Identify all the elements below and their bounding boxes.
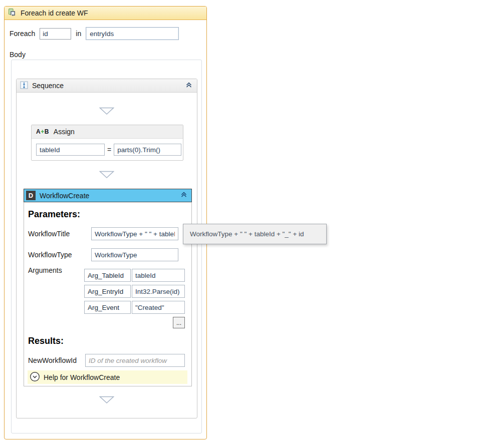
assign-activity[interactable]: A+B Assign =	[31, 125, 183, 161]
argument-value-input[interactable]	[132, 285, 185, 298]
sequence-title: Sequence	[32, 82, 64, 90]
assign-title: Assign	[54, 128, 75, 136]
results-heading: Results:	[28, 336, 64, 346]
workflow-create-activity[interactable]: D WorkflowCreate	[24, 189, 192, 386]
foreach-activity[interactable]: Foreach id create WF Foreach in Body	[4, 6, 207, 439]
sequence-activity[interactable]: Sequence	[16, 79, 197, 418]
argument-name-input[interactable]	[84, 285, 131, 298]
assign-equals-sign: =	[107, 146, 111, 154]
new-workflow-id-input[interactable]	[85, 354, 185, 367]
workflow-type-input[interactable]	[91, 248, 178, 261]
argument-value-input[interactable]	[132, 301, 185, 314]
help-expander[interactable]: Help for WorkflowCreate	[28, 370, 187, 384]
workflow-title-label: WorkflowTitle	[28, 230, 70, 238]
assign-value-input[interactable]	[114, 144, 181, 156]
sequence-header[interactable]: Sequence	[17, 79, 197, 93]
circle-chevron-down-icon	[30, 371, 40, 383]
workflow-create-title: WorkflowCreate	[40, 192, 89, 200]
foreach-in-label: in	[76, 30, 81, 38]
workflow-create-d-icon: D	[26, 191, 36, 200]
workflow-create-collapse-button[interactable]	[180, 191, 187, 200]
arguments-label: Arguments	[28, 266, 62, 274]
foreach-body-panel: Sequence	[11, 60, 202, 433]
foreach-activity-title: Foreach id create WF	[21, 9, 88, 17]
new-workflow-id-label: NewWorkflowId	[28, 356, 77, 364]
foreach-icon	[8, 8, 17, 18]
workflow-type-label: WorkflowType	[28, 251, 72, 259]
drop-target-indicator[interactable]	[99, 396, 114, 406]
sequence-collapse-button[interactable]	[185, 82, 192, 90]
drop-target-indicator[interactable]	[99, 107, 114, 117]
workflow-title-input[interactable]	[91, 227, 178, 240]
foreach-label: Foreach	[10, 30, 35, 38]
expression-tooltip-text: WorkflowType + " " + tableId + "_" + id	[190, 230, 304, 238]
workflow-create-header[interactable]: D WorkflowCreate	[24, 189, 192, 202]
sequence-icon	[20, 81, 28, 91]
assign-header[interactable]: A+B Assign	[32, 125, 183, 139]
workflow-designer-canvas: Foreach id create WF Foreach in Body	[0, 0, 484, 448]
body-label: Body	[10, 51, 206, 59]
assign-to-input[interactable]	[36, 144, 105, 156]
collapse-chevron-icon	[185, 82, 192, 90]
collapse-chevron-icon	[180, 191, 187, 200]
argument-name-input[interactable]	[84, 301, 131, 314]
foreach-activity-header[interactable]: Foreach id create WF	[5, 7, 206, 20]
assign-icon: A+B	[36, 128, 49, 135]
more-arguments-button[interactable]: ...	[173, 317, 185, 328]
assign-body: =	[32, 139, 183, 156]
help-expander-label: Help for WorkflowCreate	[44, 373, 120, 381]
foreach-variable-input[interactable]	[40, 28, 71, 40]
argument-name-input[interactable]	[84, 269, 131, 282]
foreach-collection-input[interactable]	[86, 27, 179, 40]
drop-target-indicator[interactable]	[99, 171, 114, 181]
parameters-heading: Parameters:	[28, 209, 80, 220]
expression-tooltip: WorkflowType + " " + tableId + "_" + id	[183, 224, 327, 244]
foreach-expression-row: Foreach in	[10, 27, 206, 40]
argument-value-input[interactable]	[132, 269, 185, 282]
workflow-create-body: Parameters: WorkflowTitle WorkflowType A…	[24, 202, 191, 386]
